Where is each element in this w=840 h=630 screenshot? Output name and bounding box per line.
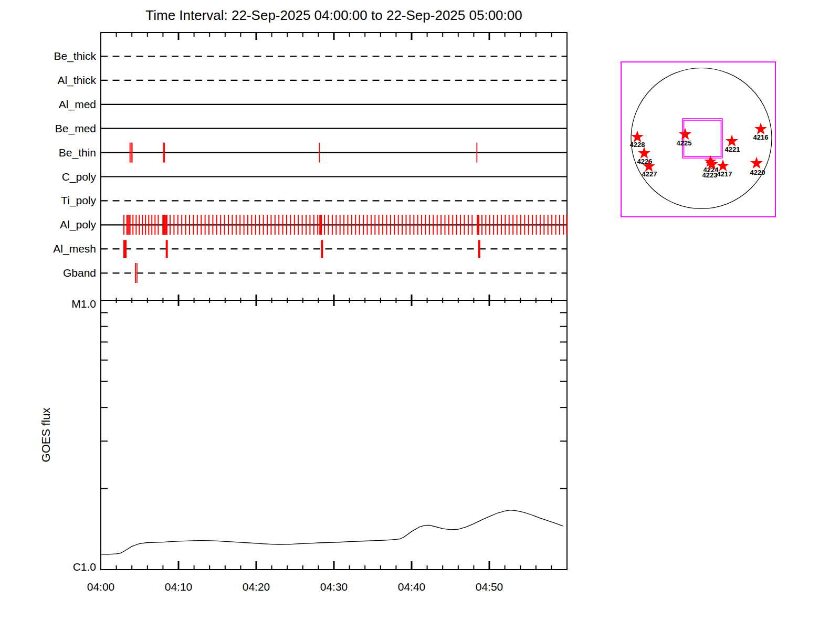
x-tick-label: 04:00: [87, 581, 115, 593]
active-region-label: 4225: [677, 139, 692, 147]
y-bottom-label: C1.0: [73, 561, 96, 573]
active-region-label: 4216: [753, 133, 769, 141]
goes-log-ticks: [101, 312, 567, 488]
star-icon: [726, 135, 738, 147]
active-region-label: 4221: [725, 145, 740, 153]
active-region-label: 4223: [702, 171, 718, 179]
filter-label: Be_med: [55, 122, 96, 135]
star-icon: [679, 128, 691, 140]
x-tick-label: 04:10: [165, 581, 193, 593]
exposure-timeline-panel: Be_thickAl_thickAl_medBe_medBe_thinC_pol…: [53, 33, 567, 306]
filter-label: Gband: [63, 267, 96, 279]
filter-row-Al_thick: Al_thick: [57, 74, 567, 87]
y-top-label: M1.0: [71, 298, 96, 310]
goes-ylabel: GOES flux: [39, 408, 52, 463]
filter-row-Al_mesh: Al_mesh: [53, 240, 567, 258]
filter-label: Al_poly: [60, 218, 96, 231]
x-tick-label: 04:40: [398, 581, 426, 593]
active-region-label: 4227: [642, 170, 657, 178]
timeline-frame: [101, 33, 567, 300]
filter-label: C_poly: [62, 171, 97, 183]
filter-row-Gband: Gband: [63, 263, 567, 283]
active-region-4228: 4228: [630, 131, 645, 149]
active-region-label: 4228: [630, 141, 645, 149]
plot-canvas: Be_thickAl_thickAl_medBe_medBe_thinC_pol…: [0, 0, 840, 630]
filter-row-Be_thick: Be_thick: [54, 50, 567, 62]
star-icon: [754, 123, 767, 135]
filter-label: Al_thick: [57, 74, 96, 87]
active-region-4226: 4226: [637, 147, 653, 166]
active-region-4220: 4220: [750, 157, 765, 177]
star-icon: [750, 157, 763, 169]
sun-chart: 4228422642274225422142164224422342174220: [621, 62, 775, 217]
active-region-4221: 4221: [725, 135, 740, 154]
screenshot-root: Time Interval: 22-Sep-2025 04:00:00 to 2…: [0, 0, 840, 630]
filter-row-Al_poly: Al_poly: [60, 215, 567, 235]
goes-frame: [101, 300, 567, 570]
filter-label: Ti_poly: [61, 194, 96, 207]
solar-limb: [631, 68, 772, 209]
x-tick-label: 04:50: [476, 581, 503, 593]
filter-label: Al_med: [59, 98, 96, 111]
filter-row-Ti_poly: Ti_poly: [61, 194, 567, 207]
exposure-ticks: [135, 263, 137, 283]
active-region-4217: 4217: [717, 160, 732, 178]
filter-row-C_poly: C_poly: [62, 171, 567, 183]
filter-row-Be_thin: Be_thin: [59, 143, 567, 163]
filter-row-Al_med: Al_med: [59, 98, 567, 111]
filter-label: Be_thick: [54, 50, 96, 62]
x-tick-label: 04:30: [320, 581, 348, 593]
sun-frame: [621, 62, 775, 217]
filter-label: Al_mesh: [53, 243, 96, 255]
time-axis-ticks: [117, 33, 552, 306]
goes-flux-panel: 04:0004:1004:2004:3004:4004:50M1.0C1.0GO…: [39, 298, 567, 593]
filter-row-Be_med: Be_med: [55, 122, 567, 135]
fov-box-2: [684, 120, 721, 156]
active-region-4216: 4216: [753, 123, 769, 142]
goes-bottom-axis: 04:0004:1004:2004:3004:4004:50: [87, 561, 552, 593]
active-region-label: 4217: [717, 170, 732, 178]
active-region-label: 4220: [750, 169, 765, 176]
star-icon: [717, 160, 729, 172]
filter-label: Be_thin: [59, 146, 96, 159]
goes-flux-curve: [101, 510, 563, 554]
x-tick-label: 04:20: [243, 581, 270, 593]
